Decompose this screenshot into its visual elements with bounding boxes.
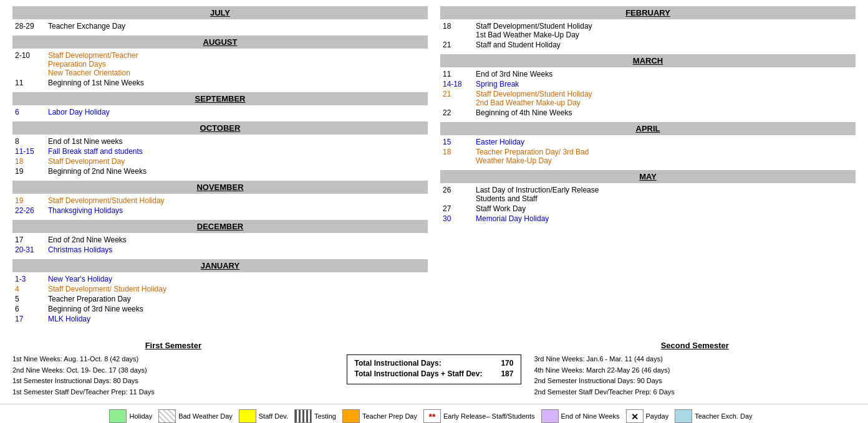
month-header: NOVEMBER: [12, 181, 428, 194]
month-section-october: OCTOBER8End of 1st Nine weeks11-15Fall B…: [12, 121, 428, 176]
event-row: 22Beginning of 4th Nine Weeks: [440, 108, 856, 117]
event-description: End of 1st Nine weeks: [48, 137, 425, 146]
month-section-january: JANUARY1-3New Year's Holiday4Staff Devel…: [12, 259, 428, 323]
event-description: MLK Holiday: [48, 315, 425, 323]
event-description: Staff Development/Student Holiday2nd Bad…: [476, 90, 853, 107]
month-section-august: AUGUST2-10Staff Development/TeacherPrepa…: [12, 36, 428, 87]
legend-swatch: [675, 409, 692, 423]
legend-label: Bad Weather Day: [178, 412, 233, 420]
left-column: JULY28-29Teacher Exchange DayAUGUST2-10S…: [12, 6, 428, 328]
month-header: APRIL: [440, 122, 856, 135]
first-semester-block: First Semester 1st Nine Weeks: Aug. 11-O…: [12, 341, 334, 397]
event-row: 17MLK Holiday: [12, 315, 428, 323]
month-section-march: MARCH11End of 3rd Nine Weeks14-18Spring …: [440, 54, 856, 117]
event-date: 15: [443, 138, 471, 146]
first-semester-title: First Semester: [12, 341, 334, 350]
month-section-july: JULY28-29Teacher Exchange Day: [12, 6, 428, 31]
event-date: 21: [443, 40, 471, 49]
event-row: 21Staff and Student Holiday: [440, 40, 856, 49]
event-description: Labor Day Holiday: [48, 108, 425, 116]
event-row: 17End of 2nd Nine Weeks: [12, 235, 428, 244]
event-date: 18: [443, 148, 471, 165]
event-row: 4Staff Development/ Student Holiday: [12, 285, 428, 293]
event-date: 28-29: [15, 22, 43, 31]
totals-value-2: 187: [501, 369, 513, 378]
event-date: 14-18: [443, 80, 471, 88]
legend-item: End of Nine Weeks: [541, 409, 620, 423]
event-row: 20-31Christmas Holidays: [12, 245, 428, 254]
legend-label: Payday: [646, 412, 669, 420]
event-description: Memorial Day Holiday: [476, 214, 853, 223]
month-section-february: FEBRUARY18Staff Development/Student Holi…: [440, 6, 856, 49]
semester-line: 2nd Semester Staff Dev/Teacher Prep: 6 D…: [534, 387, 856, 398]
month-section-december: DECEMBER17End of 2nd Nine Weeks20-31Chri…: [12, 220, 428, 254]
event-description: Beginning of 2nd Nine Weeks: [48, 167, 425, 176]
calendar-container: JULY28-29Teacher Exchange DayAUGUST2-10S…: [0, 0, 868, 335]
totals-value-1: 170: [501, 359, 513, 368]
event-row: 11End of 3rd Nine Weeks: [440, 70, 856, 78]
event-date: 18: [15, 157, 43, 166]
event-description: Fall Break staff and students: [48, 147, 425, 156]
event-description: Staff Development/Student Holiday: [48, 196, 425, 205]
event-row: 14-18Spring Break: [440, 80, 856, 88]
legend-swatch: **: [423, 409, 441, 423]
legend-bar: HolidayBad Weather DayStaff Dev.TestingT…: [0, 404, 868, 423]
event-date: 18: [443, 22, 471, 39]
totals-label-1: Total Instructional Days:: [355, 359, 441, 368]
legend-item: Staff Dev.: [239, 409, 288, 423]
event-description: Beginning of 3rd Nine weeks: [48, 305, 425, 313]
event-row: 22-26Thanksgiving Holidays: [12, 206, 428, 215]
event-date: 22: [443, 108, 471, 117]
event-row: 19Staff Development/Student Holiday: [12, 196, 428, 205]
event-description: Beginning of 4th Nine Weeks: [476, 108, 853, 117]
event-description: Teacher Exchange Day: [48, 22, 425, 31]
event-date: 21: [443, 90, 471, 107]
event-row: 11Beginning of 1st Nine Weeks: [12, 78, 428, 87]
event-date: 27: [443, 204, 471, 213]
month-header: JULY: [12, 6, 428, 19]
month-header: DECEMBER: [12, 220, 428, 233]
event-description: Staff Development Day: [48, 157, 425, 166]
bottom-section: First Semester 1st Nine Weeks: Aug. 11-O…: [0, 335, 868, 404]
event-description: Last Day of Instruction/Early ReleaseStu…: [476, 186, 853, 203]
semester-line: 1st Nine Weeks: Aug. 11-Oct. 8 (42 days): [12, 354, 334, 365]
event-date: 26: [443, 186, 471, 203]
month-header: MARCH: [440, 54, 856, 67]
event-date: 6: [15, 108, 43, 116]
legend-swatch: [239, 409, 256, 423]
legend-item: Testing: [294, 409, 336, 423]
event-description: Easter Holiday: [476, 138, 853, 146]
totals-label-2: Total Instructional Days + Staff Dev:: [355, 369, 483, 378]
event-description: Staff Development/TeacherPreparation Day…: [48, 51, 425, 77]
event-date: 17: [15, 315, 43, 323]
legend-label: Teacher Exch. Day: [695, 412, 752, 420]
legend-label: Early Release– Staff/Students: [443, 412, 535, 420]
event-row: 18Staff Development Day: [12, 157, 428, 166]
month-section-september: SEPTEMBER6Labor Day Holiday: [12, 92, 428, 116]
event-description: End of 3rd Nine Weeks: [476, 70, 853, 78]
legend-swatch: ✕: [626, 409, 644, 423]
event-date: 19: [15, 167, 43, 176]
event-date: 19: [15, 196, 43, 205]
legend-swatch: [158, 409, 176, 423]
event-date: 22-26: [15, 206, 43, 215]
event-date: 2-10: [15, 51, 43, 77]
event-row: 11-15Fall Break staff and students: [12, 147, 428, 156]
event-row: 19Beginning of 2nd Nine Weeks: [12, 167, 428, 176]
legend-item: Bad Weather Day: [158, 409, 233, 423]
semester-line: 2nd Nine Weeks: Oct. 19- Dec. 17 (38 day…: [12, 365, 334, 376]
legend-label: Teacher Prep Day: [362, 412, 417, 420]
event-row: 15Easter Holiday: [440, 138, 856, 146]
month-header: MAY: [440, 170, 856, 183]
second-semester-block: Second Semester 3rd Nine Weeks: Jan.6 - …: [534, 341, 856, 397]
event-row: 2-10Staff Development/TeacherPreparation…: [12, 51, 428, 77]
legend-swatch: [109, 409, 127, 423]
event-row: 30Memorial Day Holiday: [440, 214, 856, 223]
month-header: AUGUST: [12, 36, 428, 49]
second-semester-title: Second Semester: [534, 341, 856, 350]
event-description: Staff and Student Holiday: [476, 40, 853, 49]
event-description: Thanksgiving Holidays: [48, 206, 425, 215]
legend-label: Holiday: [129, 412, 152, 420]
legend-item: Teacher Prep Day: [342, 409, 417, 423]
event-date: 6: [15, 305, 43, 313]
